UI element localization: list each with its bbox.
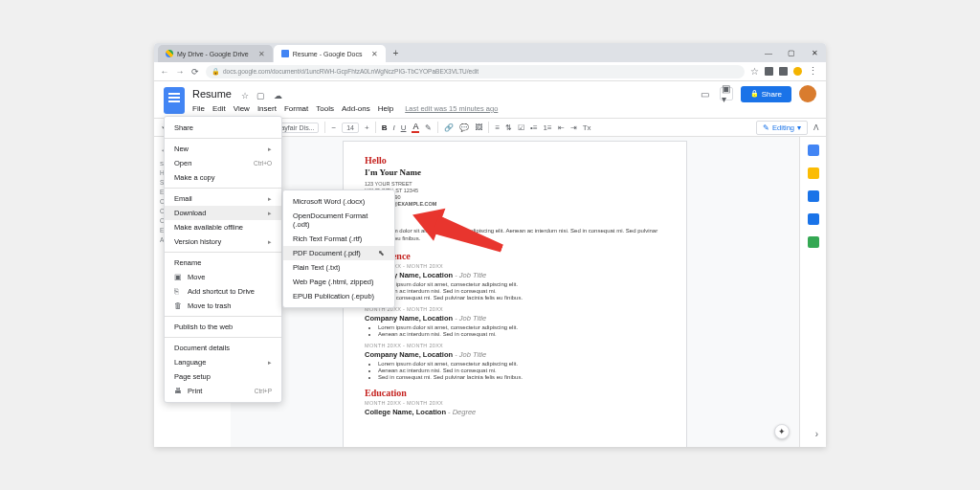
bold-button[interactable]: B — [382, 123, 388, 132]
cursor-icon: ⬉ — [378, 249, 385, 257]
menu-item-page-setup[interactable]: Page setup — [165, 369, 281, 384]
experience-date: MONTH 20XX - MONTH 20XX — [365, 306, 665, 312]
menu-item-share[interactable]: Share — [165, 121, 281, 135]
close-window-button[interactable]: ✕ — [803, 43, 826, 62]
last-edit-link[interactable]: Last edit was 15 minutes ago — [405, 104, 498, 113]
back-button[interactable]: ← — [160, 67, 169, 77]
underline-button[interactable]: U — [401, 123, 407, 132]
menu-item-version[interactable]: Version history▸ — [165, 234, 281, 249]
star-icon[interactable]: ☆ — [241, 91, 249, 100]
font-size[interactable]: 14 — [342, 122, 359, 133]
indent-inc-button[interactable]: ⇥ — [570, 123, 577, 132]
menu-item-shortcut[interactable]: ⎘Add shortcut to Drive — [165, 284, 281, 299]
download-docx[interactable]: Microsoft Word (.docx) — [283, 194, 394, 209]
collapse-toolbar-button[interactable]: ᐱ — [813, 123, 818, 132]
tasks-icon[interactable] — [808, 190, 819, 202]
maximize-button[interactable]: ▢ — [780, 43, 803, 62]
download-rtf[interactable]: Rich Text Format (.rtf) — [283, 232, 394, 246]
menu-item-open[interactable]: OpenCtrl+O — [165, 156, 281, 170]
present-button[interactable]: ▣ ▾ — [720, 87, 733, 100]
share-button[interactable]: Share — [741, 86, 791, 102]
extension-icon[interactable] — [779, 67, 788, 76]
tab-label: Resume - Google Docs — [293, 51, 363, 57]
extension-icon[interactable] — [765, 67, 773, 76]
move-icon[interactable]: ▢ — [256, 91, 265, 100]
menu-item-trash[interactable]: 🗑Move to trash — [165, 299, 281, 313]
indent-dec-button[interactable]: ⇤ — [558, 123, 565, 132]
explore-button[interactable]: ✦ — [774, 424, 790, 439]
hide-sidepanel-button[interactable]: › — [815, 429, 818, 439]
clear-format-button[interactable]: Tx — [583, 123, 591, 132]
docs-header: Resume ☆ ▢ ☁ File Edit View Insert Forma… — [154, 81, 826, 114]
download-pdf[interactable]: PDF Document (.pdf)⬉ — [283, 246, 394, 260]
document-title[interactable]: Resume — [192, 88, 232, 100]
menu-item-copy[interactable]: Make a copy — [165, 170, 281, 185]
maps-icon[interactable] — [808, 236, 819, 248]
url-field[interactable]: 🔒 docs.google.com/document/d/1uncRWH-Gcp… — [206, 65, 745, 78]
download-submenu: Microsoft Word (.docx) OpenDocument Form… — [282, 189, 395, 308]
menu-item-new[interactable]: New▸ — [165, 142, 281, 156]
menu-view[interactable]: View — [234, 104, 250, 113]
insert-image-button[interactable]: 🖼 — [475, 123, 482, 132]
menu-item-print[interactable]: 🖶PrintCtrl+P — [165, 384, 281, 398]
font-size-dec[interactable]: − — [331, 123, 336, 132]
menu-tools[interactable]: Tools — [316, 104, 334, 113]
browser-menu-icon[interactable]: ⋮ — [808, 67, 816, 76]
cloud-saved-icon[interactable]: ☁ — [274, 91, 282, 100]
menu-format[interactable]: Format — [284, 104, 308, 113]
text-color-button[interactable]: A — [412, 122, 419, 133]
bullet-list-button[interactable]: •≡ — [530, 123, 537, 132]
font-size-inc[interactable]: + — [365, 123, 369, 132]
experience-company: Company Name, Location - Job Title — [365, 271, 665, 279]
menu-item-download[interactable]: Download▸ — [165, 206, 281, 220]
menu-file[interactable]: File — [192, 104, 205, 113]
download-epub[interactable]: EPUB Publication (.epub) — [283, 289, 394, 303]
bookmark-icon[interactable]: ☆ — [750, 67, 759, 76]
menu-item-rename[interactable]: Rename — [165, 256, 281, 270]
calendar-icon[interactable] — [808, 145, 819, 156]
menu-item-language[interactable]: Language▸ — [165, 355, 281, 369]
account-avatar[interactable] — [799, 85, 816, 102]
number-list-button[interactable]: 1≡ — [544, 123, 552, 132]
menu-insert[interactable]: Insert — [257, 104, 277, 113]
close-icon[interactable]: ✕ — [258, 50, 265, 58]
menu-item-details[interactable]: Document details — [165, 341, 281, 355]
lock-icon: 🔒 — [212, 68, 220, 76]
menu-item-email[interactable]: Email▸ — [165, 191, 281, 206]
minimize-button[interactable]: — — [757, 43, 780, 62]
google-docs-logo[interactable] — [164, 87, 185, 114]
menu-item-offline[interactable]: Make available offline — [165, 220, 281, 234]
align-button[interactable]: ≡ — [495, 123, 500, 132]
download-html[interactable]: Web Page (.html, zipped) — [283, 275, 394, 289]
download-txt[interactable]: Plain Text (.txt) — [283, 260, 394, 275]
menu-edit[interactable]: Edit — [212, 104, 226, 113]
browser-window: My Drive - Google Drive ✕ Resume - Googl… — [154, 43, 826, 447]
highlight-button[interactable]: ✎ — [425, 123, 432, 132]
checklist-button[interactable]: ☑ — [518, 123, 524, 132]
italic-button[interactable]: I — [392, 123, 394, 132]
comment-history-button[interactable]: ▭ — [699, 87, 712, 100]
browser-tab-docs[interactable]: Resume - Google Docs ✕ — [274, 45, 387, 62]
profile-avatar[interactable] — [793, 67, 802, 76]
menu-bar: File Edit View Insert Format Tools Add-o… — [192, 104, 498, 113]
menu-item-move[interactable]: ▣Move — [165, 270, 281, 284]
addons-plus-icon[interactable]: + — [808, 445, 819, 447]
close-icon[interactable]: ✕ — [371, 50, 378, 58]
download-odt[interactable]: OpenDocument Format (.odt) — [283, 209, 394, 232]
line-spacing-button[interactable]: ⇅ — [505, 123, 512, 132]
forward-button[interactable]: → — [175, 67, 185, 77]
experience-bullets: Lorem ipsum dolor sit amet, consectetur … — [378, 361, 665, 380]
menu-item-publish[interactable]: Publish to the web — [165, 320, 281, 334]
browser-tab-drive[interactable]: My Drive - Google Drive ✕ — [158, 45, 273, 62]
keep-icon[interactable] — [808, 167, 819, 179]
new-tab-button[interactable]: + — [387, 48, 404, 58]
contacts-icon[interactable] — [808, 213, 819, 225]
insert-comment-button[interactable]: 💬 — [459, 123, 469, 132]
menu-help[interactable]: Help — [378, 104, 393, 113]
resume-address-2: YOUR CITY, ST 12345 — [365, 188, 665, 193]
insert-link-button[interactable]: 🔗 — [444, 123, 454, 132]
mode-select[interactable]: ✎ Editing ▾ — [756, 121, 808, 135]
reload-button[interactable]: ⟳ — [190, 67, 200, 77]
menu-addons[interactable]: Add-ons — [342, 104, 370, 113]
experience-date: MONTH 20XX - MONTH 20XX — [365, 343, 665, 348]
